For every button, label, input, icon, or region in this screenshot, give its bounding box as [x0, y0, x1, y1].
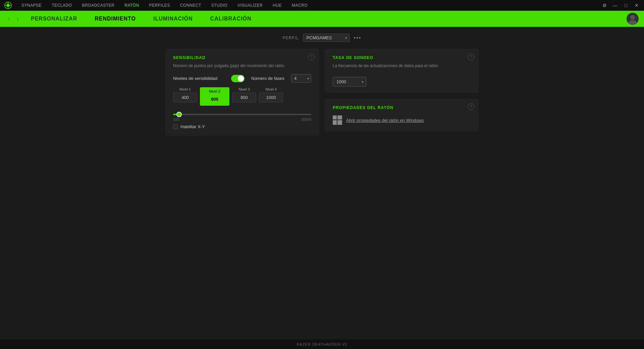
nav-perfiles[interactable]: PERFILES	[145, 0, 175, 11]
tasa-sondeo-title: TASA DE SONDEO	[333, 55, 471, 60]
nav-connect[interactable]: CONNECT	[175, 0, 206, 11]
subnav-rendimiento[interactable]: RENDIMIENTO	[87, 11, 144, 27]
tasa-sondeo-help-button[interactable]: ?	[468, 53, 474, 60]
profile-select[interactable]: PCMGAMES	[303, 34, 350, 42]
sensibilidad-card: ? SENSIBILIDAD Número de puntos por pulg…	[165, 49, 319, 136]
sub-nav: ‹ › PERSONALIZAR RENDIMIENTO ILUMINACIÓN…	[0, 11, 644, 27]
nav-raton[interactable]: RATÓN	[120, 0, 144, 11]
toggle-label: Niveles de sensibilidad	[173, 76, 217, 81]
svg-rect-12	[337, 120, 342, 125]
enable-xy-label: Habilitar X-Y	[180, 124, 205, 129]
nav-hue[interactable]: HUE	[268, 0, 286, 11]
profile-label: PERFIL	[283, 36, 299, 40]
windows-icon	[333, 115, 342, 125]
sens-toggle-row: Niveles de sensibilidad Número de fases …	[173, 74, 311, 83]
slider-max-label: 20000	[301, 117, 311, 121]
nav-studio[interactable]: STUDIO	[207, 0, 232, 11]
maximize-button[interactable]: □	[621, 1, 631, 10]
app-logo	[3, 0, 13, 11]
nivel-3-input[interactable]	[232, 93, 256, 102]
nivel-4-label: Nivel 4	[265, 87, 277, 91]
nav-broadcaster[interactable]: BROADCASTER	[77, 0, 119, 11]
nivel-3-item: Nivel 3	[232, 87, 256, 106]
subnav-iluminacion[interactable]: ILUMINACIÓN	[145, 11, 201, 27]
settings-button[interactable]: ⚙	[600, 1, 609, 10]
nivel-1-input[interactable]	[173, 93, 197, 102]
propiedades-link[interactable]: Abrir propiedades del ratón en Windows	[346, 118, 424, 123]
status-bar-text: RAZER DEATHADDER V2	[297, 342, 347, 346]
slider-labels: 100 20000	[173, 117, 311, 121]
nav-synapse[interactable]: SYNAPSE	[17, 0, 46, 11]
svg-rect-10	[337, 115, 342, 119]
propiedades-title: PROPIEDADES DEL RATÓN	[333, 105, 471, 110]
nivel-4-item: Nivel 4	[259, 87, 283, 106]
sensibilidad-help-button[interactable]: ?	[308, 53, 315, 60]
nivel-4-input[interactable]	[259, 93, 283, 102]
status-bar: RAZER DEATHADDER V2	[0, 340, 644, 349]
enable-xy-checkbox[interactable]	[173, 124, 178, 129]
profile-more-button[interactable]: •••	[354, 35, 362, 41]
minimize-button[interactable]: —	[610, 1, 620, 10]
fases-select[interactable]: 1 2 3 4 5	[291, 74, 311, 83]
niveles-row: Nivel 1 Nivel 2 Nivel 3 Nivel 4	[173, 87, 311, 106]
close-button[interactable]: ✕	[632, 1, 641, 10]
fases-label: Número de fases	[251, 76, 284, 81]
propiedades-section: Abrir propiedades del ratón en Windows	[333, 115, 471, 125]
svg-rect-11	[333, 120, 337, 125]
propiedades-card: ? PROPIEDADES DEL RATÓN Abrir propiedade…	[325, 99, 479, 132]
propiedades-help-button[interactable]: ?	[468, 103, 474, 110]
nivel-2-item: Nivel 2	[200, 87, 229, 106]
nivel-1-item: Nivel 1	[173, 87, 197, 106]
nav-teclado[interactable]: TECLADO	[47, 0, 76, 11]
svg-point-7	[630, 15, 635, 20]
nav-back-button[interactable]: ‹	[5, 15, 13, 22]
sensibilidad-title: SENSIBILIDAD	[173, 55, 311, 60]
propiedades-link-row: Abrir propiedades del ratón en Windows	[333, 115, 471, 125]
nivel-3-label: Nivel 3	[238, 87, 250, 91]
svg-point-1	[6, 4, 10, 7]
right-cards: ? TASA DE SONDEO La frecuencia de las ac…	[325, 49, 479, 136]
nivel-2-input[interactable]	[203, 95, 227, 104]
main-content: PERFIL PCMGAMES ••• ? SENSIBILIDAD Númer…	[0, 27, 644, 340]
profile-row: PERFIL PCMGAMES •••	[0, 34, 644, 42]
nivel-2-label: Nivel 2	[209, 89, 220, 93]
tasa-sondeo-card: ? TASA DE SONDEO La frecuencia de las ac…	[325, 49, 479, 93]
top-nav: SYNAPSE TECLADO BROADCASTER RATÓN PERFIL…	[0, 0, 644, 11]
window-controls: ⚙ — □ ✕	[600, 1, 641, 10]
subnav-personalizar[interactable]: PERSONALIZAR	[23, 11, 85, 27]
sondeo-select[interactable]: 125 500 1000	[333, 77, 366, 87]
dpi-slider[interactable]	[173, 114, 311, 115]
user-avatar[interactable]	[627, 13, 639, 25]
sensibilidad-description: Número de puntos por pulgada (ppp) del m…	[173, 63, 311, 69]
profile-select-wrapper: PCMGAMES	[303, 34, 350, 42]
svg-rect-9	[333, 115, 337, 119]
subnav-calibracion[interactable]: CALIBRACIÓN	[202, 11, 260, 27]
dpi-slider-row: 100 20000	[173, 111, 311, 121]
tasa-sondeo-description: La frecuencia de las actualizaciones de …	[333, 63, 471, 69]
cards-row: ? SENSIBILIDAD Número de puntos por pulg…	[0, 49, 644, 136]
nav-forward-button[interactable]: ›	[14, 15, 21, 22]
nav-macro[interactable]: MACRO	[287, 0, 312, 11]
sensitivity-levels-toggle[interactable]	[231, 75, 245, 82]
slider-min-label: 100	[173, 117, 179, 121]
nav-visualizer[interactable]: VISUALIZER	[233, 0, 267, 11]
nivel-1-label: Nivel 1	[179, 87, 191, 91]
sondeo-select-wrapper: 125 500 1000	[333, 77, 366, 87]
enable-xy-row: Habilitar X-Y	[173, 124, 311, 129]
fases-select-wrapper: 1 2 3 4 5	[291, 74, 311, 83]
